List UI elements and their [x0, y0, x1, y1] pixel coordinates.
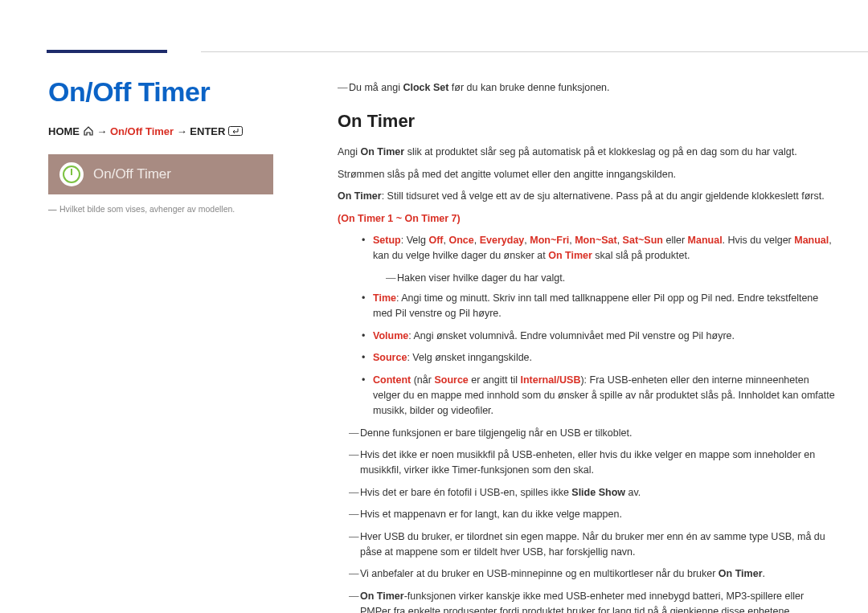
section-marker	[47, 50, 167, 53]
right-column: ― Du må angi Clock Set før du kan bruke …	[338, 48, 836, 613]
breadcrumb-enter: ENTER	[190, 125, 225, 137]
options-list: • Setup: Velg Off, Once, Everyday, Mon~F…	[362, 233, 836, 419]
prereq-note: ― Du må angi Clock Set før du kan bruke …	[338, 80, 836, 96]
timer-icon	[59, 162, 84, 186]
breadcrumb: HOME → On/Off Timer → ENTER	[48, 125, 305, 138]
bullet-source: • Source: Velg ønsket inngangskilde.	[362, 350, 836, 366]
tile-label: On/Off Timer	[93, 166, 171, 182]
paragraph-1: Angi On Timer slik at produktet slår seg…	[338, 145, 836, 160]
home-icon	[83, 126, 94, 138]
bullet-volume: • Volume: Angi ønsket volumnivå. Endre v…	[362, 329, 836, 344]
breadcrumb-arrow-2: →	[177, 125, 187, 137]
note-2: ―Hvis det ikke er noen musikkfil på USB-…	[349, 447, 836, 479]
breadcrumb-current: On/Off Timer	[110, 125, 174, 137]
breadcrumb-home: HOME	[48, 125, 80, 137]
note-4: ―Hvis et mappenavn er for langt, kan du …	[349, 507, 836, 522]
page-title: On/Off Timer	[48, 76, 305, 108]
model-footnote: ― Hvilket bilde som vises, avhenger av m…	[48, 204, 305, 214]
bullet-content: • Content (når Source er angitt til Inte…	[362, 373, 836, 419]
horizontal-rule	[201, 51, 868, 52]
bullet-time: • Time: Angi time og minutt. Skriv inn t…	[362, 291, 836, 322]
note-3: ―Hvis det er bare én fotofil i USB-en, s…	[349, 485, 836, 501]
bullet-setup: • Setup: Velg Off, Once, Everyday, Mon~F…	[362, 233, 836, 264]
note-5: ―Hver USB du bruker, er tilordnet sin eg…	[349, 529, 836, 561]
svg-rect-0	[229, 127, 243, 136]
paragraph-2: Strømmen slås på med det angitte volumet…	[338, 167, 836, 182]
setup-subnote: ―Haken viser hvilke dager du har valgt.	[386, 271, 836, 286]
enter-icon	[228, 126, 243, 138]
timer-range: (On Timer 1 ~ On Timer 7)	[338, 211, 836, 227]
note-7: ―On Timer-funksjonen virker kanskje ikke…	[349, 589, 836, 613]
notes-block: ―Denne funksjonen er bare tilgjengelig n…	[349, 426, 836, 613]
section-heading-on-timer: On Timer	[338, 108, 836, 135]
paragraph-3: On Timer: Still tidsuret ved å velge ett…	[338, 189, 836, 204]
feature-tile: On/Off Timer	[48, 154, 273, 194]
breadcrumb-arrow-1: →	[96, 125, 107, 137]
note-6: ―Vi anbefaler at du bruker en USB-minnep…	[349, 566, 836, 582]
left-column: On/Off Timer HOME → On/Off Timer → ENTER…	[48, 48, 338, 613]
note-1: ―Denne funksjonen er bare tilgjengelig n…	[349, 426, 836, 441]
page-content: On/Off Timer HOME → On/Off Timer → ENTER…	[0, 0, 868, 613]
